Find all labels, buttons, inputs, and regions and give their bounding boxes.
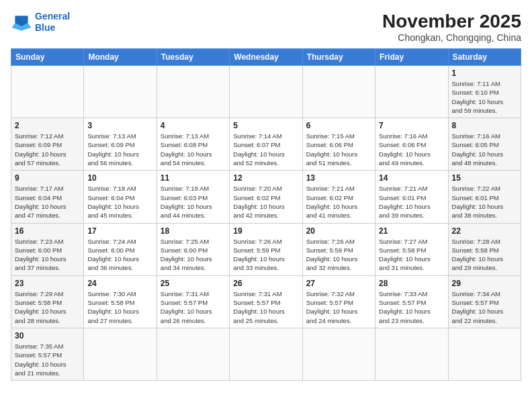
day-number: 22: [452, 226, 517, 236]
calendar-cell: [84, 66, 157, 118]
calendar-cell: 8Sunrise: 7:16 AM Sunset: 6:05 PM Daylig…: [448, 118, 521, 171]
day-number: 29: [452, 279, 517, 288]
col-thursday: Thursday: [302, 49, 375, 66]
day-info: Sunrise: 7:14 AM Sunset: 6:07 PM Dayligh…: [233, 132, 298, 167]
calendar-cell: [157, 328, 229, 380]
day-number: 2: [15, 121, 80, 130]
day-info: Sunrise: 7:29 AM Sunset: 5:58 PM Dayligh…: [15, 289, 80, 325]
day-number: 8: [452, 121, 517, 130]
day-number: 27: [306, 279, 371, 288]
calendar-cell: [448, 328, 521, 380]
col-tuesday: Tuesday: [157, 49, 229, 66]
day-number: 26: [233, 279, 298, 288]
calendar-cell: 3Sunrise: 7:13 AM Sunset: 6:09 PM Daylig…: [84, 118, 157, 171]
day-info: Sunrise: 7:26 AM Sunset: 5:59 PM Dayligh…: [306, 237, 371, 273]
day-number: 12: [233, 173, 298, 183]
day-info: Sunrise: 7:16 AM Sunset: 6:06 PM Dayligh…: [379, 132, 444, 167]
day-number: 21: [379, 226, 444, 236]
day-number: 7: [379, 121, 444, 130]
day-info: Sunrise: 7:19 AM Sunset: 6:03 PM Dayligh…: [161, 184, 226, 220]
calendar-week-1: 2Sunrise: 7:12 AM Sunset: 6:09 PM Daylig…: [11, 118, 521, 171]
calendar-cell: 11Sunrise: 7:19 AM Sunset: 6:03 PM Dayli…: [157, 171, 229, 223]
day-info: Sunrise: 7:24 AM Sunset: 6:00 PM Dayligh…: [87, 237, 152, 273]
calendar-cell: 15Sunrise: 7:22 AM Sunset: 6:01 PM Dayli…: [448, 171, 521, 223]
calendar-cell: 7Sunrise: 7:16 AM Sunset: 6:06 PM Daylig…: [375, 118, 448, 171]
day-number: 20: [306, 226, 371, 236]
day-number: 24: [87, 279, 152, 288]
calendar: Sunday Monday Tuesday Wednesday Thursday…: [11, 48, 521, 381]
day-info: Sunrise: 7:13 AM Sunset: 6:09 PM Dayligh…: [87, 132, 152, 167]
day-number: 10: [87, 173, 152, 183]
calendar-cell: [302, 328, 375, 380]
calendar-cell: [84, 328, 157, 380]
day-number: 1: [452, 68, 517, 78]
day-info: Sunrise: 7:15 AM Sunset: 6:06 PM Dayligh…: [306, 132, 371, 167]
day-number: 4: [161, 121, 226, 130]
day-number: 17: [87, 226, 152, 236]
calendar-cell: 13Sunrise: 7:21 AM Sunset: 6:02 PM Dayli…: [302, 171, 375, 223]
calendar-header-row: Sunday Monday Tuesday Wednesday Thursday…: [11, 49, 521, 66]
calendar-cell: [230, 66, 302, 118]
calendar-cell: 26Sunrise: 7:31 AM Sunset: 5:57 PM Dayli…: [230, 275, 302, 328]
day-number: 28: [379, 279, 444, 288]
day-info: Sunrise: 7:33 AM Sunset: 5:57 PM Dayligh…: [379, 289, 444, 325]
calendar-week-5: 30Sunrise: 7:35 AM Sunset: 5:57 PM Dayli…: [11, 328, 521, 380]
calendar-cell: 29Sunrise: 7:34 AM Sunset: 5:57 PM Dayli…: [448, 275, 521, 328]
logo-general: General: [35, 11, 70, 21]
logo: General Blue: [11, 11, 70, 34]
calendar-cell: [302, 66, 375, 118]
calendar-cell: 20Sunrise: 7:26 AM Sunset: 5:59 PM Dayli…: [302, 223, 375, 275]
day-info: Sunrise: 7:11 AM Sunset: 6:10 PM Dayligh…: [452, 79, 517, 115]
day-number: 11: [161, 173, 226, 183]
calendar-cell: [230, 328, 302, 380]
day-info: Sunrise: 7:27 AM Sunset: 5:58 PM Dayligh…: [379, 237, 444, 273]
day-info: Sunrise: 7:21 AM Sunset: 6:01 PM Dayligh…: [379, 184, 444, 220]
day-number: 19: [233, 226, 298, 236]
calendar-week-2: 9Sunrise: 7:17 AM Sunset: 6:04 PM Daylig…: [11, 171, 521, 223]
calendar-cell: 6Sunrise: 7:15 AM Sunset: 6:06 PM Daylig…: [302, 118, 375, 171]
day-number: 25: [161, 279, 226, 288]
calendar-cell: 22Sunrise: 7:28 AM Sunset: 5:58 PM Dayli…: [448, 223, 521, 275]
day-number: 15: [452, 173, 517, 183]
day-info: Sunrise: 7:23 AM Sunset: 6:00 PM Dayligh…: [15, 237, 80, 273]
day-info: Sunrise: 7:18 AM Sunset: 6:04 PM Dayligh…: [87, 184, 152, 220]
calendar-cell: 23Sunrise: 7:29 AM Sunset: 5:58 PM Dayli…: [11, 275, 84, 328]
day-number: 16: [15, 226, 80, 236]
calendar-cell: 16Sunrise: 7:23 AM Sunset: 6:00 PM Dayli…: [11, 223, 84, 275]
day-info: Sunrise: 7:35 AM Sunset: 5:57 PM Dayligh…: [15, 342, 80, 377]
calendar-week-0: 1Sunrise: 7:11 AM Sunset: 6:10 PM Daylig…: [11, 66, 521, 118]
calendar-cell: 24Sunrise: 7:30 AM Sunset: 5:58 PM Dayli…: [84, 275, 157, 328]
day-number: 23: [15, 279, 80, 288]
calendar-cell: 12Sunrise: 7:20 AM Sunset: 6:02 PM Dayli…: [230, 171, 302, 223]
col-saturday: Saturday: [448, 49, 521, 66]
calendar-cell: 2Sunrise: 7:12 AM Sunset: 6:09 PM Daylig…: [11, 118, 84, 171]
month-title: November 2025: [382, 11, 521, 32]
day-info: Sunrise: 7:17 AM Sunset: 6:04 PM Dayligh…: [15, 184, 80, 220]
calendar-cell: 21Sunrise: 7:27 AM Sunset: 5:58 PM Dayli…: [375, 223, 448, 275]
calendar-cell: 30Sunrise: 7:35 AM Sunset: 5:57 PM Dayli…: [11, 328, 84, 380]
day-number: 18: [161, 226, 226, 236]
calendar-week-3: 16Sunrise: 7:23 AM Sunset: 6:00 PM Dayli…: [11, 223, 521, 275]
calendar-cell: 1Sunrise: 7:11 AM Sunset: 6:10 PM Daylig…: [448, 66, 521, 118]
day-info: Sunrise: 7:25 AM Sunset: 6:00 PM Dayligh…: [161, 237, 226, 273]
calendar-cell: 18Sunrise: 7:25 AM Sunset: 6:00 PM Dayli…: [157, 223, 229, 275]
day-info: Sunrise: 7:28 AM Sunset: 5:58 PM Dayligh…: [452, 237, 517, 273]
day-number: 9: [15, 173, 80, 183]
day-number: 5: [233, 121, 298, 130]
col-friday: Friday: [375, 49, 448, 66]
calendar-cell: 9Sunrise: 7:17 AM Sunset: 6:04 PM Daylig…: [11, 171, 84, 223]
calendar-cell: [157, 66, 229, 118]
col-sunday: Sunday: [11, 49, 84, 66]
location-title: Chongkan, Chongqing, China: [382, 32, 521, 43]
logo-blue: Blue: [35, 22, 70, 34]
day-info: Sunrise: 7:26 AM Sunset: 5:59 PM Dayligh…: [233, 237, 298, 273]
day-info: Sunrise: 7:31 AM Sunset: 5:57 PM Dayligh…: [233, 289, 298, 325]
calendar-cell: 19Sunrise: 7:26 AM Sunset: 5:59 PM Dayli…: [230, 223, 302, 275]
title-block: November 2025 Chongkan, Chongqing, China: [382, 11, 521, 43]
calendar-cell: 5Sunrise: 7:14 AM Sunset: 6:07 PM Daylig…: [230, 118, 302, 171]
logo-text: General Blue: [35, 11, 70, 34]
day-info: Sunrise: 7:16 AM Sunset: 6:05 PM Dayligh…: [452, 132, 517, 167]
page: General Blue November 2025 Chongkan, Cho…: [0, 0, 532, 411]
calendar-cell: [375, 66, 448, 118]
day-number: 3: [87, 121, 152, 130]
